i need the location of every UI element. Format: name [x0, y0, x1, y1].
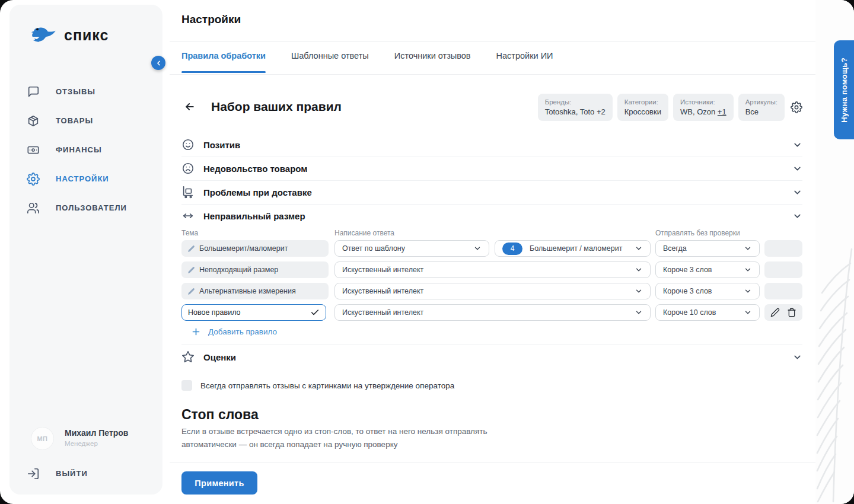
filter-chip-brands[interactable]: Бренды: Totoshka, Toto +2	[538, 94, 613, 121]
back-arrow-icon[interactable]	[184, 100, 197, 113]
topic-text: Альтернативные измерения	[199, 287, 296, 295]
writing-select[interactable]: Ответ по шаблону	[334, 240, 489, 257]
writing-select-value: Искуственный интелект	[342, 308, 423, 317]
row-actions	[764, 304, 802, 321]
operator-approval-checkbox[interactable]	[181, 380, 192, 391]
tab-review-sources[interactable]: Источники отзывов	[394, 51, 471, 73]
filter-extra-count[interactable]: +1	[718, 107, 726, 116]
send-mode-select[interactable]: Короче 10 слов	[655, 304, 760, 321]
user-card[interactable]: МП Михаил Петров Менеджер	[31, 427, 128, 450]
tab-ai-settings[interactable]: Настройки ИИ	[496, 51, 553, 73]
bird-logo-icon	[31, 25, 57, 45]
filter-label: Источники:	[680, 97, 726, 107]
resize-icon	[181, 209, 195, 222]
topic-field[interactable]: Альтернативные измерения	[181, 283, 329, 299]
help-tab[interactable]: Нужна помощь?	[834, 40, 854, 139]
section-label: Неправильный размер	[203, 211, 305, 221]
gear-icon	[27, 173, 40, 186]
chevron-down-icon[interactable]	[792, 352, 802, 362]
column-header-topic: Тема	[181, 229, 198, 237]
apply-button[interactable]: Применить	[181, 471, 257, 495]
sidebar-item-reviews[interactable]: ОТЗЫВЫ	[9, 77, 162, 106]
filter-chip-articles[interactable]: Артикулы: Все	[738, 94, 785, 121]
section-product-dissatisfaction[interactable]: Недовольство товаром	[181, 157, 802, 180]
rule-row-editing: Искуственный интелект Короче 10 слов	[181, 304, 802, 321]
filter-value: Totoshka, Toto +2	[545, 107, 606, 117]
sidebar-item-users[interactable]: ПОЛЬЗОВАТЕЛИ	[9, 193, 162, 222]
main-content: Настройки Правила обработки Шаблонные от…	[170, 0, 815, 504]
add-rule-button[interactable]: Добавить правило	[191, 327, 277, 337]
feather-decoration	[814, 245, 854, 504]
writing-select-value: Искуственный интелект	[342, 287, 423, 295]
delivery-cart-icon	[181, 186, 195, 199]
smile-icon	[181, 138, 195, 151]
chevron-down-icon[interactable]	[792, 211, 802, 221]
writing-select[interactable]: Искуственный интелект	[334, 283, 651, 299]
pencil-icon	[187, 245, 195, 253]
help-tab-label: Нужна помощь?	[840, 58, 849, 123]
send-mode-select[interactable]: Короче 3 слов	[655, 283, 760, 299]
topic-field[interactable]: Неподходящий размер	[181, 261, 329, 278]
filter-value: Кроссовки	[624, 107, 661, 117]
sidebar-item-finance[interactable]: ФИНАНСЫ	[9, 135, 162, 164]
chevron-down-icon[interactable]	[792, 164, 802, 174]
sidebar-collapse-button[interactable]	[151, 56, 165, 70]
rule-row: Неподходящий размер Искуственный интелек…	[181, 261, 802, 278]
row-actions-placeholder	[764, 240, 802, 257]
filter-value: WB, Ozon +1	[680, 107, 726, 117]
edit-rule-icon[interactable]	[770, 308, 780, 317]
operator-approval-row: Всегда отправлять отзывы с картинками на…	[181, 380, 454, 391]
sidebar-item-label: ТОВАРЫ	[56, 116, 93, 125]
send-mode-select[interactable]: Всегда	[655, 240, 760, 257]
send-mode-select[interactable]: Короче 3 слов	[655, 261, 760, 278]
template-select-value: Большемерит / маломерит	[530, 244, 622, 253]
divider	[170, 462, 815, 462]
filters-gear-icon[interactable]	[791, 101, 802, 113]
section-label: Проблемы при доставке	[203, 187, 312, 197]
filter-chip-categories[interactable]: Категории: Кроссовки	[617, 94, 668, 121]
sidebar-item-settings[interactable]: НАСТРОЙКИ	[9, 164, 162, 193]
chevron-down-icon	[635, 244, 643, 253]
new-rule-input[interactable]	[188, 308, 289, 317]
delete-rule-icon[interactable]	[787, 308, 796, 317]
template-select[interactable]: 4 Большемерит / маломерит	[495, 240, 651, 257]
tab-processing-rules[interactable]: Правила обработки	[181, 51, 266, 73]
chevron-down-icon	[635, 287, 643, 295]
operator-approval-label: Всегда отправлять отзывы с картинками на…	[200, 381, 454, 390]
topic-field[interactable]: Большемерит/маломерит	[181, 240, 329, 257]
send-mode-value: Всегда	[663, 244, 687, 253]
sidebar-item-label: ФИНАНСЫ	[56, 145, 102, 154]
tab-bar: Правила обработки Шаблонные ответы Источ…	[181, 51, 553, 73]
filter-chip-sources[interactable]: Источники: WB, Ozon +1	[673, 94, 734, 121]
logo: спикс	[31, 25, 109, 45]
chevron-down-icon[interactable]	[792, 140, 802, 150]
filter-value: Все	[745, 107, 777, 117]
send-mode-value: Короче 3 слов	[663, 287, 712, 295]
logout-icon	[27, 467, 40, 480]
box-icon	[27, 114, 40, 127]
filter-label: Категории:	[624, 97, 661, 107]
writing-select[interactable]: Искуственный интелект	[334, 304, 651, 321]
avatar: МП	[31, 427, 54, 450]
writing-select[interactable]: Искуственный интелект	[334, 261, 651, 278]
topic-text: Большемерит/маломерит	[199, 244, 288, 253]
confirm-check-icon[interactable]	[310, 308, 320, 317]
section-ratings[interactable]: Оценки	[181, 345, 802, 369]
section-wrong-size[interactable]: Неправильный размер	[181, 204, 802, 228]
section-label: Недовольство товаром	[203, 164, 307, 174]
sidebar-item-products[interactable]: ТОВАРЫ	[9, 106, 162, 135]
chevron-down-icon	[744, 287, 752, 295]
row-actions-placeholder	[764, 261, 802, 278]
logout-button[interactable]: ВЫЙТИ	[9, 459, 162, 488]
section-positive[interactable]: Позитив	[181, 133, 802, 157]
sidebar-item-label: НАСТРОЙКИ	[56, 174, 109, 183]
add-rule-label: Добавить правило	[208, 327, 277, 336]
divider	[170, 74, 815, 75]
filter-chips: Бренды: Totoshka, Toto +2 Категории: Кро…	[538, 94, 785, 121]
stop-words-title: Стоп слова	[181, 407, 259, 423]
chevron-down-icon[interactable]	[792, 187, 802, 197]
chevron-down-icon	[635, 266, 643, 274]
tab-template-answers[interactable]: Шаблонные ответы	[291, 51, 369, 73]
chevron-down-icon	[744, 266, 752, 274]
section-delivery-problems[interactable]: Проблемы при доставке	[181, 180, 802, 204]
